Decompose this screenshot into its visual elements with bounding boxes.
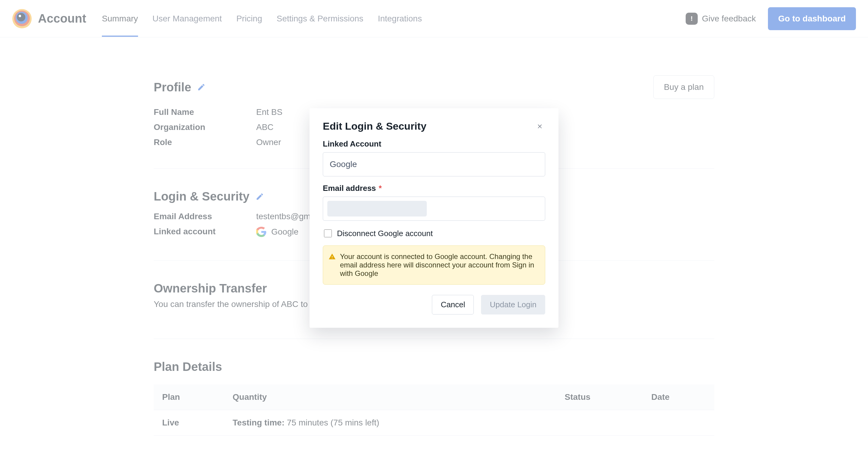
cancel-button[interactable]: Cancel <box>432 295 474 315</box>
close-button[interactable] <box>534 121 545 132</box>
email-value-skeleton <box>327 201 427 216</box>
warning-text: Your account is connected to Google acco… <box>340 253 534 277</box>
close-icon <box>537 123 543 129</box>
required-asterisk: * <box>379 184 382 193</box>
email-address-label-text: Email address <box>323 184 376 193</box>
modal-actions: Cancel Update Login <box>323 295 545 315</box>
disconnect-google-row[interactable]: Disconnect Google account <box>323 229 545 238</box>
update-login-button[interactable]: Update Login <box>481 295 545 315</box>
email-address-label: Email address * <box>323 184 545 193</box>
modal-title: Edit Login & Security <box>323 120 427 132</box>
linked-account-field: Linked Account Google <box>323 139 545 176</box>
linked-account-readonly: Google <box>323 152 545 176</box>
warning-banner: Your account is connected to Google acco… <box>323 245 545 285</box>
disconnect-google-checkbox[interactable] <box>324 230 332 237</box>
disconnect-google-label: Disconnect Google account <box>337 229 433 238</box>
edit-login-security-modal: Edit Login & Security Linked Account Goo… <box>310 108 558 328</box>
modal-header: Edit Login & Security <box>323 120 545 132</box>
email-input[interactable] <box>323 197 545 221</box>
email-address-field: Email address * <box>323 184 545 221</box>
warning-icon <box>329 253 336 260</box>
linked-account-label: Linked Account <box>323 139 545 149</box>
linked-account-readonly-value: Google <box>330 159 357 169</box>
